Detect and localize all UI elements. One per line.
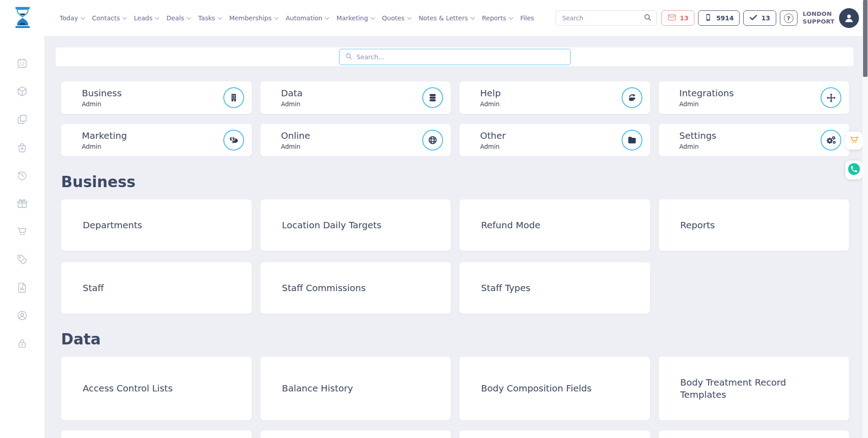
list-item[interactable]: [659, 430, 849, 438]
mail-count: 13: [680, 14, 689, 22]
list-item-label: Staff Commissions: [282, 282, 366, 294]
nav-label: Memberships: [229, 14, 272, 22]
chevron-down-icon: [217, 15, 222, 19]
shopping-cart-icon: [849, 135, 859, 147]
bag-icon[interactable]: [16, 141, 28, 153]
chevron-down-icon: [471, 15, 475, 19]
page-search-bar: [56, 47, 854, 66]
admin-card-help[interactable]: Help Admin: [459, 81, 650, 114]
list-item-label: Reports: [680, 219, 715, 231]
list-item-staff-types[interactable]: Staff Types: [459, 262, 650, 314]
nav-quotes[interactable]: Quotes: [382, 14, 411, 22]
list-item-departments[interactable]: Departments: [61, 199, 252, 251]
admin-card-data[interactable]: Data Admin: [260, 81, 451, 114]
help-badge[interactable]: ?: [780, 10, 797, 26]
admin-card-marketing[interactable]: Marketing Admin $: [61, 124, 252, 156]
tag-icon[interactable]: [16, 254, 28, 265]
list-item-access-control-lists[interactable]: Access Control Lists: [61, 357, 252, 420]
chevron-down-icon: [509, 15, 513, 19]
nav-marketing[interactable]: Marketing: [336, 14, 374, 22]
nav-files[interactable]: Files: [520, 14, 534, 22]
nav-deals[interactable]: Deals: [166, 14, 190, 22]
search-icon[interactable]: [643, 13, 652, 24]
data-cards-grid: Access Control Lists Balance History Bod…: [61, 357, 849, 438]
list-item[interactable]: [459, 430, 650, 438]
nav-label: Notes & Letters: [419, 14, 468, 22]
report-icon[interactable]: [16, 282, 28, 293]
page-search-input[interactable]: [357, 53, 565, 61]
cart-icon[interactable]: [16, 226, 28, 237]
page-scrollbar[interactable]: [863, 0, 868, 438]
products-icon[interactable]: [16, 85, 28, 97]
admin-card-online[interactable]: Online Admin: [260, 124, 451, 156]
nav-reports[interactable]: Reports: [482, 14, 513, 22]
nav-label: Quotes: [382, 14, 405, 22]
nav-label: Contacts: [92, 14, 120, 22]
mail-badge[interactable]: 13: [661, 10, 694, 26]
move-icon: [821, 87, 841, 108]
envelope-icon: [667, 13, 676, 24]
account-icon[interactable]: [16, 310, 28, 321]
list-item-label: Departments: [83, 219, 142, 231]
admin-card-business[interactable]: Business Admin: [61, 81, 252, 114]
lock-icon[interactable]: [16, 338, 28, 349]
nav-memberships[interactable]: Memberships: [229, 14, 278, 22]
card-subtitle: Admin: [82, 100, 223, 108]
user-menu[interactable]: LONDON SUPPORT: [803, 8, 859, 28]
phone-icon: [848, 163, 860, 177]
building-icon: [223, 87, 244, 108]
cart-float-button[interactable]: [845, 132, 863, 150]
list-item-staff-commissions[interactable]: Staff Commissions: [260, 262, 451, 314]
list-item-body-treatment-record-templates[interactable]: Body Treatment Record Templates: [659, 357, 849, 420]
left-sidebar: 12: [0, 36, 44, 438]
nav-contacts[interactable]: Contacts: [92, 14, 127, 22]
card-subtitle: Admin: [281, 143, 423, 150]
card-subtitle: Admin: [82, 143, 223, 150]
admin-card-integrations[interactable]: Integrations Admin: [659, 81, 849, 114]
app-logo-hourglass-icon[interactable]: [13, 6, 32, 30]
card-title: Online: [281, 130, 423, 141]
list-item-reports[interactable]: Reports: [659, 199, 849, 251]
chevron-down-icon: [325, 15, 330, 19]
scrollbar-thumb[interactable]: [863, 0, 868, 77]
copy-icon[interactable]: [16, 113, 28, 125]
comments-dollar-icon: $: [223, 130, 244, 151]
chevron-down-icon: [407, 15, 411, 19]
card-title: Business: [82, 88, 223, 99]
tasks-badge[interactable]: 13: [743, 10, 776, 26]
tasks-count: 13: [761, 14, 770, 22]
chevron-down-icon: [274, 15, 278, 19]
nav-label: Marketing: [336, 14, 368, 22]
card-subtitle: Admin: [281, 100, 423, 108]
calendar-icon[interactable]: 12: [16, 57, 28, 69]
history-icon[interactable]: [16, 170, 28, 181]
list-item-location-daily-targets[interactable]: Location Daily Targets: [260, 199, 451, 251]
user-name-line2: SUPPORT: [803, 18, 835, 26]
list-item-balance-history[interactable]: Balance History: [260, 357, 451, 420]
admin-card-other[interactable]: Other Admin: [459, 124, 650, 156]
card-subtitle: Admin: [679, 143, 821, 150]
admin-card-settings[interactable]: Settings Admin: [659, 124, 849, 156]
gift-icon[interactable]: [16, 198, 28, 209]
page-search-field: [339, 49, 571, 65]
nav-tasks[interactable]: Tasks: [198, 14, 222, 22]
list-item[interactable]: [260, 430, 451, 438]
call-float-button[interactable]: [845, 160, 863, 179]
list-item-label: Staff Types: [481, 282, 530, 294]
nav-notes-letters[interactable]: Notes & Letters: [419, 14, 474, 22]
nav-today[interactable]: Today: [60, 14, 85, 22]
list-item-staff[interactable]: Staff: [61, 262, 252, 314]
avatar[interactable]: [839, 8, 859, 28]
nav-leads[interactable]: Leads: [134, 14, 159, 22]
nav-automation[interactable]: Automation: [286, 14, 329, 22]
main-nav: Today Contacts Leads Deals Tasks Members…: [60, 14, 534, 22]
list-item-refund-mode[interactable]: Refund Mode: [459, 199, 650, 251]
list-item[interactable]: [61, 430, 252, 438]
card-title: Integrations: [679, 88, 821, 99]
list-item-label: Body Composition Fields: [481, 382, 592, 395]
global-search-input[interactable]: [562, 14, 643, 22]
business-cards-grid: Departments Location Daily Targets Refun…: [61, 199, 849, 314]
list-item-body-composition-fields[interactable]: Body Composition Fields: [459, 357, 650, 420]
phone-badge[interactable]: 5914: [698, 10, 740, 26]
nav-label: Tasks: [198, 14, 215, 22]
